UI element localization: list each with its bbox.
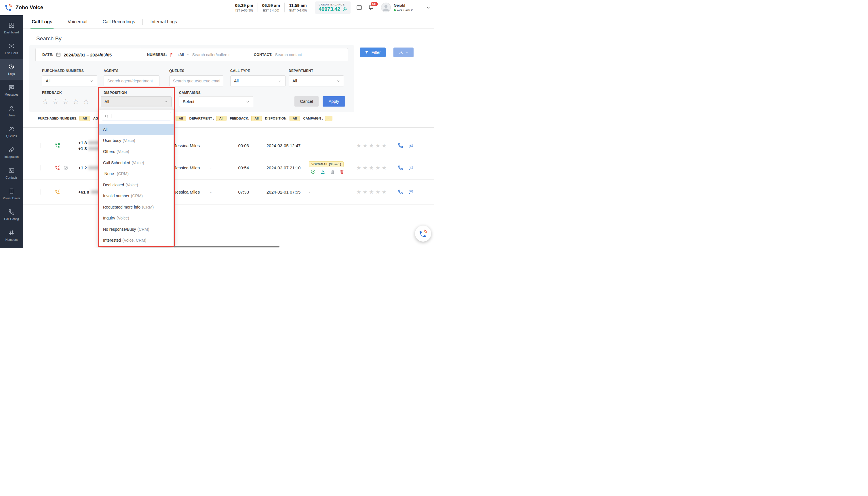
apply-button[interactable]: Apply — [323, 96, 345, 107]
feedback-label: FEEDBACK — [42, 91, 93, 95]
divider — [390, 49, 390, 56]
filter-chip[interactable]: All — [251, 116, 262, 121]
disposition-select[interactable]: All — [101, 96, 172, 107]
horizontal-scrollbar[interactable] — [174, 246, 279, 247]
sidebar-item-messages[interactable]: Messages — [0, 80, 23, 100]
contacts-icon — [9, 167, 15, 174]
dropdown-option-deal-closed[interactable]: Deal closed(Voice) — [99, 180, 174, 191]
sidebar-item-logs[interactable]: Logs — [0, 59, 23, 80]
sidebar-item-integration[interactable]: Integration — [0, 142, 23, 163]
feedback-star-rating[interactable]: ☆☆☆☆☆ — [42, 97, 93, 106]
table-row: +1 2 Jessica Miles - 00:54 2024-02-07 21… — [23, 156, 434, 180]
dropdown-option-all[interactable]: All — [99, 124, 174, 135]
voicemail-cell: VOICEMAIL (38 sec ) — [305, 161, 354, 174]
star-rating[interactable]: ★★★★★ — [354, 189, 388, 195]
calendar-icon[interactable] — [356, 4, 362, 11]
text-cursor — [111, 114, 111, 119]
campaigns-select[interactable]: Select — [179, 96, 253, 107]
dropdown-option-call-scheduled[interactable]: Call Scheduled(Voice) — [99, 157, 174, 169]
message-icon[interactable] — [408, 143, 414, 148]
row-checkbox[interactable] — [41, 165, 41, 171]
dashboard-icon — [9, 22, 15, 29]
play-icon[interactable] — [310, 169, 316, 174]
agent-cell: - — [206, 189, 224, 195]
call-type-select[interactable]: All — [230, 76, 286, 87]
datetime-cell: 2024-03-05 12:47 — [251, 143, 305, 148]
cancel-button[interactable]: Cancel — [294, 96, 319, 107]
agent-cell: - — [206, 143, 224, 148]
purchased-numbers-select[interactable]: All — [42, 76, 97, 87]
dropdown-option-requested-more-info[interactable]: Requested more info(CRM) — [99, 202, 174, 213]
sidebar-item-users[interactable]: Users — [0, 100, 23, 121]
calendar-icon — [56, 52, 61, 57]
outgoing-call-icon — [55, 143, 60, 148]
dropdown-search-input[interactable] — [102, 112, 171, 120]
chevron-down-icon[interactable] — [426, 5, 431, 10]
contact-search-placeholder[interactable]: Search contact — [275, 52, 302, 57]
sidebar-item-call-config[interactable]: Call Config — [0, 204, 23, 225]
filter-chip[interactable]: All — [216, 116, 227, 121]
star-rating[interactable]: ★★★★★ — [354, 142, 388, 149]
sidebar-item-numbers[interactable]: Numbers — [0, 225, 23, 246]
status-dot — [394, 9, 396, 11]
sidebar-item-live-calls[interactable]: Live Calls — [0, 38, 23, 59]
row-checkbox[interactable] — [41, 189, 41, 195]
tab-call-recordings[interactable]: Call Recordings — [101, 15, 136, 29]
sidebar-item-contacts[interactable]: Contacts — [0, 163, 23, 184]
filter-chip[interactable]: - — [325, 116, 333, 121]
download-icon[interactable] — [320, 169, 325, 174]
date-range-value: 2024/02/01 – 2024/03/05 — [64, 52, 112, 57]
clock-est: 06:59 am EST (-4:00) — [258, 3, 284, 12]
tab-internal-logs[interactable]: Internal Logs — [149, 15, 178, 29]
call-icon[interactable] — [398, 189, 403, 195]
call-icon[interactable] — [398, 143, 403, 148]
date-field[interactable]: DATE: 2024/02/01 – 2024/03/05 — [36, 48, 140, 61]
dropdown-option-interested[interactable]: Interested(Voice, CRM) — [99, 235, 174, 246]
message-icon[interactable] — [408, 165, 414, 171]
call-icon[interactable] — [398, 165, 403, 171]
date-label: DATE: — [42, 53, 53, 57]
transcript-icon[interactable] — [330, 169, 335, 174]
dropdown-option-invalid-number[interactable]: Invalid number(CRM) — [99, 190, 174, 202]
applied-filters-summary: PURCHASED NUMBERS: All AG All DEPARTMENT… — [38, 115, 336, 122]
incoming-call-icon — [55, 189, 60, 195]
floating-dialer-button[interactable] — [415, 226, 431, 242]
filter-chip[interactable]: All — [79, 116, 90, 121]
delete-icon[interactable] — [339, 169, 344, 174]
dropdown-option-no-response-busy[interactable]: No response/Busy(CRM) — [99, 224, 174, 235]
numbers-field[interactable]: NUMBERS: +All Search caller/callee r — [140, 48, 246, 61]
queues-search-input[interactable] — [169, 76, 223, 87]
chevron-down-icon — [278, 79, 282, 83]
filter-button[interactable]: Filter — [360, 48, 386, 57]
tab-call-logs[interactable]: Call Logs — [31, 15, 53, 29]
voicemail-badge[interactable]: VOICEMAIL (38 sec ) — [309, 161, 344, 167]
message-icon[interactable] — [408, 189, 414, 195]
caller-callee-placeholder[interactable]: Search caller/callee r — [192, 52, 230, 57]
duration-cell: 00:03 — [224, 143, 251, 148]
sidebar-item-queues[interactable]: Queues — [0, 121, 23, 142]
contact-field[interactable]: CONTACT: Search contact — [246, 48, 348, 61]
divider — [95, 19, 95, 25]
notifications-bell-icon[interactable]: 50+ — [368, 4, 374, 11]
contact-name: Jessica Miles — [171, 143, 206, 148]
credit-balance: CREDIT BALANCE 49973.42 — [315, 1, 351, 14]
dropdown-option-none[interactable]: -None-(CRM) — [99, 168, 174, 180]
dropdown-option-inquiry[interactable]: Inquiry(Voice) — [99, 213, 174, 224]
export-download-button[interactable] — [393, 48, 414, 57]
filter-chip[interactable]: All — [176, 116, 186, 121]
department-select[interactable]: All — [289, 76, 344, 87]
chevron-down-icon — [336, 79, 340, 83]
agents-search-input[interactable] — [103, 76, 159, 87]
add-credit-icon[interactable] — [342, 7, 347, 12]
table-row: +1 8 +1 8 Jessica Miles - 00:03 2024-03-… — [23, 135, 434, 156]
dropdown-option-others[interactable]: Others(Voice) — [99, 146, 174, 157]
dropdown-option-user-busy[interactable]: User busy(Voice) — [99, 135, 174, 146]
star-rating[interactable]: ★★★★★ — [354, 165, 388, 171]
avatar[interactable] — [381, 3, 391, 12]
sidebar-item-power-dialer[interactable]: Power Dialer — [0, 184, 23, 204]
tab-voicemail[interactable]: Voicemail — [66, 15, 89, 29]
numbers-icon — [9, 230, 15, 236]
sidebar-item-dashboard[interactable]: Dashboard — [0, 18, 23, 38]
row-checkbox[interactable] — [41, 143, 41, 148]
filter-chip[interactable]: All — [290, 116, 300, 121]
